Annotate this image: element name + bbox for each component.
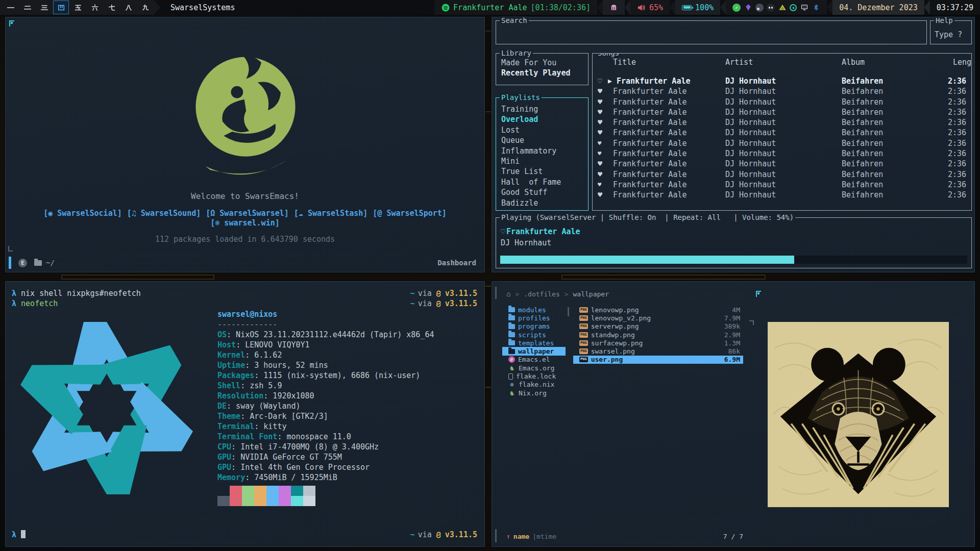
terminal-command-line: λ nix shell nixpkgs#neofetch [12,289,141,298]
sort-statusbar[interactable]: ↑ name |mtime [506,533,556,540]
now-playing-label: Playing (SwarselServer | Shuffle: On | R… [500,213,795,221]
dir-item-modules[interactable]: modules [502,306,566,314]
library-item[interactable]: Recently Played [496,68,588,78]
workspace-5[interactable] [69,0,86,15]
progress-bar[interactable] [500,256,967,264]
file-item-lenovowp.png[interactable]: PNGlenovowp.png4M [573,306,743,314]
shell-prompt[interactable]: λ [12,530,26,539]
date-module[interactable]: 04. Dezember 2023 [832,0,924,15]
playlist-item[interactable]: Inflammatory [496,146,588,156]
volume-module[interactable]: 65% [630,0,670,15]
workspace-3[interactable] [36,0,53,15]
sort-secondary: |mtime [532,533,556,540]
breadcrumb[interactable]: ⌂ > .dotfiles > wallpaper [506,290,609,298]
file-item-user.png[interactable]: PNGuser.png6.9M [573,356,743,364]
dashboard-link-swarselsound[interactable]: [♫ SwarselSound] [127,209,201,218]
dashboard-link-swarselstash[interactable]: [☁ SwarselStash] [294,209,368,218]
song-row[interactable]: ♥Frankfurter AaleDJ HornhautBeifahren2:3… [593,159,971,169]
dir-item-scripts[interactable]: scripts [502,331,566,339]
terminal-window[interactable]: λ nix shell nixpkgs#neofetch~viav3.11.5λ… [5,281,485,547]
playlist-item[interactable]: Good Stuff [496,187,588,197]
swarsel-win-link[interactable]: [❄ swarsel.win] [210,218,279,228]
heart-icon[interactable]: ♥ [598,107,602,117]
workspace-1[interactable] [2,0,19,15]
dashboard-link-swarselsocial[interactable]: [◉ SwarselSocial] [43,209,122,218]
song-row[interactable]: ♥Frankfurter AaleDJ HornhautBeifahren2:3… [593,128,971,138]
nix-file-icon: ❄ [508,381,516,388]
organ-module[interactable] [603,0,625,15]
playlist-item[interactable]: Training [496,104,588,114]
song-row[interactable]: ♥Frankfurter AaleDJ HornhautBeifahren2:3… [593,97,971,107]
search-box[interactable]: Search [496,20,927,44]
palette-swatch [266,496,279,506]
discord-icon[interactable] [767,4,775,12]
heart-icon[interactable]: ♥ [598,117,602,128]
breadcrumb-part[interactable]: .dotfiles [524,290,559,298]
heart-icon[interactable]: ♥ [598,169,602,180]
heart-icon[interactable]: ♡ [598,76,602,86]
file-item-flake.lock[interactable]: flake.lock [502,372,566,380]
heart-icon[interactable]: ♥ [598,86,602,96]
bluetooth-icon[interactable] [812,3,820,12]
terminal-color-palette [217,486,315,506]
file-item-emacs.el[interactable]: eEmacs.el [502,356,566,364]
heart-icon[interactable]: ♥ [598,148,601,159]
playlist-item[interactable]: Hall of Fame [496,177,588,187]
file-item-nix.org[interactable]: ♞Nix.org [502,389,566,397]
song-row[interactable]: ♥Frankfurter AaleDJ HornhautBeifahren2:3… [593,117,971,128]
dashboard-link-swarselsport[interactable]: [@ SwarselSport] [373,209,447,218]
spotify-status[interactable]: Frankfurter Aale [01:38/02:36] [434,0,597,15]
gem-icon[interactable] [744,3,752,12]
playlist-item[interactable]: Badizzle [496,198,588,208]
song-row[interactable]: ♡▶Frankfurter AaleDJ HornhautBeifahren2:… [593,76,971,86]
display-icon[interactable] [800,3,808,12]
dir-item-templates[interactable]: templates [502,339,566,347]
workspace-6[interactable] [86,0,103,15]
dir-item-profiles[interactable]: profiles [502,314,566,322]
heart-icon[interactable]: ♥ [598,190,602,200]
neofetch-field: CPU: Intel i7-4700MQ (8) @ 3.400GHz [217,442,434,452]
playlist-item[interactable]: Overload [496,114,588,124]
song-row[interactable]: ♥Frankfurter AaleDJ HornhautBeifahren2:3… [593,180,971,190]
song-row[interactable]: ♥Frankfurter AaleDJ HornhautBeifahren2:3… [593,169,971,180]
battery-module[interactable]: 100% [675,0,720,15]
library-item[interactable]: Made For You [496,58,588,68]
playlist-item[interactable]: Queue [496,135,588,145]
steam-icon[interactable] [755,4,764,12]
song-row[interactable]: ♥Frankfurter AaleDJ HornhautBeifahren2:3… [593,86,971,96]
battery-icon [682,5,692,10]
dir-item-wallpaper[interactable]: wallpaper [502,347,566,355]
dir-item-programs[interactable]: programs [502,322,566,331]
workspace-8[interactable] [120,0,137,15]
workspace-2[interactable] [19,0,36,15]
heart-icon[interactable]: ♥ [598,159,602,169]
check-icon[interactable]: ✓ [732,4,741,12]
heart-icon[interactable]: ♥ [598,97,602,107]
playlist-item[interactable]: Lost [496,125,588,135]
dashboard-link-swarselswarsel[interactable]: [Ω SwarselSwarsel] [206,209,289,218]
syncthing-icon[interactable] [790,4,797,11]
songs-label: Songs [596,53,621,57]
heart-icon[interactable]: ♥ [598,128,602,138]
heart-icon[interactable]: ♥ [598,138,601,148]
playlist-item[interactable]: True List [496,166,588,177]
song-row[interactable]: ♥Frankfurter AaleDJ HornhautBeifahren2:3… [593,107,971,117]
file-item-surfacewp.png[interactable]: PNGsurfacewp.png1.3M [573,339,743,347]
file-item-lenovowp_v2.png[interactable]: PNGlenovowp_v2.png7.9M [573,314,743,322]
workspace-7[interactable] [103,0,120,15]
tent-icon[interactable] [778,3,787,12]
workspace-9[interactable] [137,0,154,15]
heart-icon[interactable]: ♥ [598,180,601,190]
song-row[interactable]: ♥Frankfurter AaleDJ HornhautBeifahren2:3… [593,190,971,200]
file-item-swarsel.png[interactable]: PNGswarsel.png86k [573,347,743,355]
song-row[interactable]: ♥Frankfurter AaleDJ HornhautBeifahren2:3… [593,148,971,159]
file-item-emacs.org[interactable]: ♞Emacs.org [502,364,566,372]
clock-module[interactable]: 03:37:29 [930,0,980,15]
file-item-standwp.png[interactable]: PNGstandwp.png2.9M [573,331,743,339]
file-item-flake.nix[interactable]: ❄flake.nix [502,381,566,389]
workspace-4-active[interactable] [53,0,69,15]
home-icon[interactable]: ⌂ [506,290,510,298]
song-row[interactable]: ♥Frankfurter AaleDJ HornhautBeifahren2:3… [593,138,971,148]
playlist-item[interactable]: Mini [496,156,588,166]
file-item-serverwp.png[interactable]: PNGserverwp.png389k [573,322,743,331]
